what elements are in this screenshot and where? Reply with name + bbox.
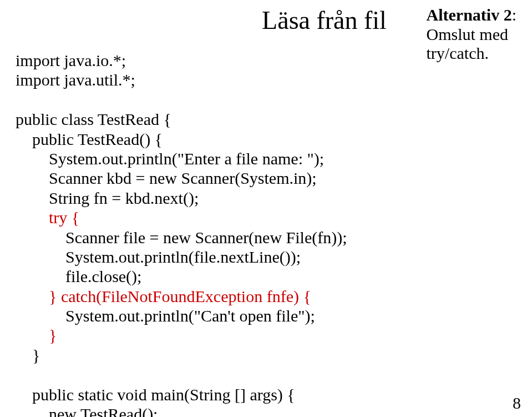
code-line: public class TestRead { (16, 110, 171, 128)
code-line: Scanner kbd = new Scanner(System.in); (16, 169, 317, 187)
code-catch: } catch(FileNotFoundException fnfe) { (49, 287, 311, 305)
note-heading-rest: : (512, 6, 516, 24)
code-line: new TestRead(); (16, 405, 158, 417)
code-close-brace: } (49, 326, 57, 344)
code-line: import java.util.*; (16, 71, 135, 89)
note-line-1: Alternativ 2: (427, 6, 516, 25)
code-line: Scanner file = new Scanner(new File(fn))… (16, 228, 347, 247)
code-line: public TestRead() { (16, 130, 163, 148)
code-line: System.out.println("Enter a file name: "… (16, 149, 324, 168)
code-line: import java.io.*; (16, 51, 126, 69)
code-block: import java.io.*; import java.util.*; pu… (16, 51, 516, 417)
note-heading-bold: Alternativ 2 (427, 6, 512, 24)
code-line: System.out.println("Can't open file"); (16, 307, 315, 325)
code-line: System.out.println(file.nextLine()); (16, 248, 301, 266)
code-line: public static void main(String [] args) … (16, 385, 295, 404)
code-line (16, 287, 49, 305)
code-line: file.close(); (16, 267, 141, 285)
slide: Läsa från fil Alternativ 2: Omslut med t… (0, 0, 532, 417)
code-line (16, 208, 49, 227)
page-number: 8 (513, 394, 521, 413)
code-line: String fn = kbd.next(); (16, 189, 199, 207)
code-line (16, 326, 49, 344)
code-try: try { (49, 208, 79, 227)
code-line: } (16, 346, 40, 364)
note-line-2: Omslut med (427, 25, 516, 44)
alternative-note: Alternativ 2: Omslut med try/catch. (427, 6, 516, 63)
note-line-3: try/catch. (427, 44, 516, 63)
